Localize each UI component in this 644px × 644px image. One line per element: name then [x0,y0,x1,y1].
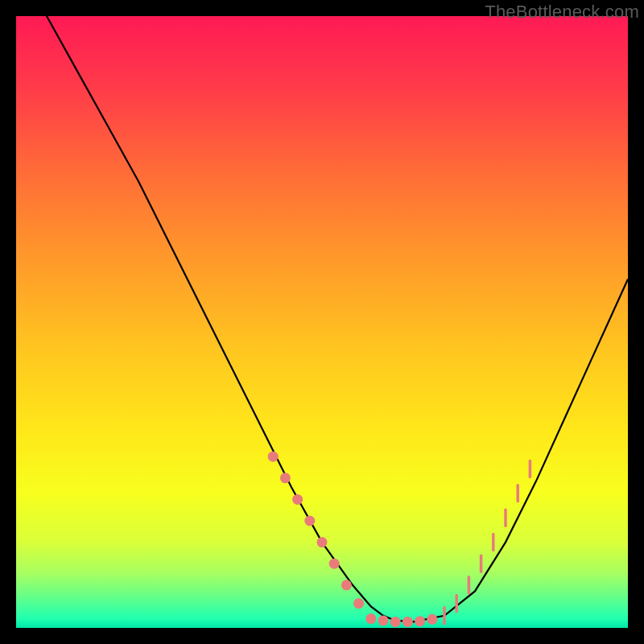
gradient-rect [16,16,628,628]
marker-dot [304,516,315,526]
marker-dot [365,613,376,624]
marker-dot [317,537,328,547]
marker-dot [378,615,389,625]
chart-svg [16,16,628,628]
marker-dot [353,598,364,609]
marker-dot [402,617,413,627]
marker-dot [292,494,303,505]
watermark-text: TheBottleneck.com [485,2,639,23]
marker-dot [280,473,291,483]
marker-dot [390,617,401,627]
marker-dot [341,580,352,590]
chart-frame [16,16,628,628]
marker-dot [329,559,340,569]
marker-dot [427,614,437,625]
marker-dot [415,616,425,626]
marker-dot [268,452,279,462]
